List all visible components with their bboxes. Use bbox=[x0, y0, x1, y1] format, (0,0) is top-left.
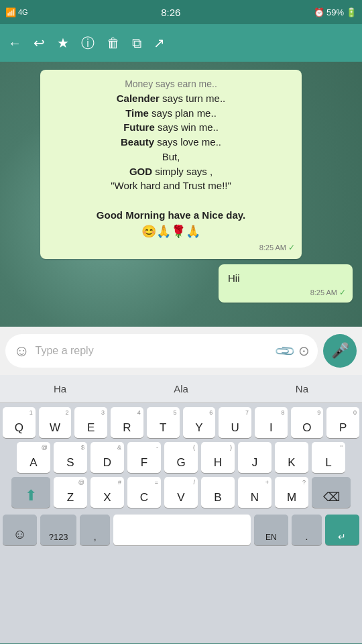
space-key[interactable] bbox=[113, 515, 251, 545]
delete-icon[interactable]: 🗑 bbox=[107, 36, 120, 51]
incoming-message: Money says earn me.. Calender says turn … bbox=[40, 70, 302, 259]
chat-area: Money says earn me.. Calender says turn … bbox=[0, 62, 362, 327]
backspace-icon: ⌫ bbox=[323, 490, 340, 504]
signal-icon: 📶 bbox=[5, 7, 16, 17]
key-row-1: 1Q 2W 3E 4R 5T 6Y 7U 8I 9O 0P bbox=[3, 407, 359, 438]
signal-text: 4G bbox=[18, 8, 28, 16]
alarm-icon: ⏰ bbox=[314, 7, 324, 17]
key-n[interactable]: +N bbox=[238, 477, 272, 508]
bottom-key-row: ☺ ?123 , EN . ↵ bbox=[0, 515, 362, 545]
key-h[interactable]: )H bbox=[201, 442, 235, 473]
outgoing-tick-icon: ✓ bbox=[339, 287, 346, 299]
reply-input[interactable]: Type a reply bbox=[36, 345, 271, 357]
key-a[interactable]: @A bbox=[17, 442, 50, 473]
back-button[interactable]: ← bbox=[8, 36, 21, 51]
shift-icon: ⬆ bbox=[25, 487, 37, 504]
key-k[interactable]: K bbox=[275, 442, 308, 473]
key-c[interactable]: =C bbox=[127, 477, 161, 508]
key-x[interactable]: #X bbox=[90, 477, 124, 508]
keyboard-rows: 1Q 2W 3E 4R 5T 6Y 7U 8I 9O 0P @A $S &D -… bbox=[0, 403, 362, 511]
key-v[interactable]: /V bbox=[164, 477, 198, 508]
emoji-button[interactable]: ☺ bbox=[13, 341, 30, 360]
period-key[interactable]: . bbox=[292, 515, 322, 545]
share-icon[interactable]: ↗ bbox=[154, 35, 165, 51]
message-time: 8:25 AM ✓ bbox=[259, 242, 295, 254]
star-icon[interactable]: ★ bbox=[57, 35, 69, 51]
shift-key[interactable]: ⬆ bbox=[11, 477, 50, 508]
comma-key[interactable]: , bbox=[80, 515, 110, 545]
key-p[interactable]: 0P bbox=[326, 407, 359, 438]
key-i[interactable]: 8I bbox=[255, 407, 288, 438]
key-d[interactable]: &D bbox=[90, 442, 124, 473]
suggestion-2[interactable]: Ala bbox=[174, 383, 188, 394]
copy-icon[interactable]: ⧉ bbox=[132, 36, 141, 51]
key-j[interactable]: J bbox=[238, 442, 272, 473]
status-time: 8:26 bbox=[161, 7, 180, 18]
numbers-key[interactable]: ?123 bbox=[40, 515, 76, 545]
key-u[interactable]: 7U bbox=[219, 407, 251, 438]
key-o[interactable]: 9O bbox=[291, 407, 324, 438]
key-w[interactable]: 2W bbox=[39, 407, 72, 438]
battery-text: 59% bbox=[326, 7, 344, 17]
info-icon[interactable]: ⓘ bbox=[81, 34, 95, 52]
input-field-wrap[interactable]: ☺ Type a reply 📎 ⊙ bbox=[5, 334, 318, 368]
key-row-3: ⬆ @Z #X =C /V B +N ?M ⌫ bbox=[3, 477, 359, 508]
backspace-key[interactable]: ⌫ bbox=[312, 477, 351, 508]
enter-key[interactable]: ↵ bbox=[325, 515, 359, 545]
input-bar: ☺ Type a reply 📎 ⊙ 🎤 bbox=[0, 327, 362, 375]
lang-key[interactable]: EN bbox=[254, 515, 288, 545]
key-m[interactable]: ?M bbox=[275, 477, 308, 508]
status-bar: 📶 4G 8:26 ⏰ 59% 🔋 bbox=[0, 0, 362, 24]
key-y[interactable]: 6Y bbox=[183, 407, 216, 438]
key-r[interactable]: 4R bbox=[111, 407, 143, 438]
keyboard: Ha Ala Na 1Q 2W 3E 4R 5T 6Y 7U 8I 9O 0P … bbox=[0, 375, 362, 643]
suggestion-3[interactable]: Na bbox=[296, 383, 308, 394]
key-f[interactable]: -F bbox=[127, 442, 161, 473]
emoji-keyboard-key[interactable]: ☺ bbox=[3, 515, 37, 545]
key-b[interactable]: B bbox=[201, 477, 235, 508]
status-left: 📶 4G bbox=[5, 7, 28, 17]
tick-icon: ✓ bbox=[288, 242, 295, 254]
outgoing-text: Hii bbox=[228, 271, 343, 286]
key-l[interactable]: "L bbox=[312, 442, 345, 473]
keyboard-suggestions: Ha Ala Na bbox=[0, 375, 362, 403]
key-g[interactable]: (G bbox=[164, 442, 198, 473]
status-right: ⏰ 59% 🔋 bbox=[314, 7, 357, 17]
message-text: Money says earn me.. Calender says turn … bbox=[50, 76, 292, 240]
toolbar: ← ↩ ★ ⓘ 🗑 ⧉ ↗ bbox=[0, 24, 362, 62]
key-z[interactable]: @Z bbox=[54, 477, 87, 508]
reply-icon[interactable]: ↩ bbox=[34, 35, 45, 51]
key-t[interactable]: 5T bbox=[147, 407, 180, 438]
key-row-2: @A $S &D -F (G )H J K "L bbox=[3, 442, 359, 473]
outgoing-time: 8:25 AM ✓ bbox=[310, 287, 346, 299]
attach-button[interactable]: 📎 bbox=[273, 339, 296, 363]
mic-icon: 🎤 bbox=[331, 342, 349, 360]
outgoing-message: Hii 8:25 AM ✓ bbox=[219, 264, 353, 303]
battery-icon: 🔋 bbox=[346, 7, 357, 17]
camera-button[interactable]: ⊙ bbox=[298, 343, 310, 359]
key-e[interactable]: 3E bbox=[74, 407, 107, 438]
mic-button[interactable]: 🎤 bbox=[323, 334, 357, 368]
suggestion-1[interactable]: Ha bbox=[54, 383, 66, 394]
key-s[interactable]: $S bbox=[54, 442, 87, 473]
key-q[interactable]: 1Q bbox=[3, 407, 36, 438]
